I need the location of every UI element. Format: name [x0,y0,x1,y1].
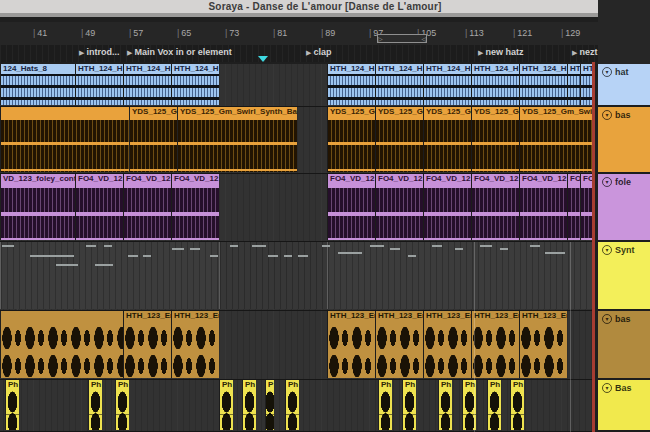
clip-title-bar[interactable]: 124_Hats_8 [1,64,75,74]
audio-clip[interactable] [0,107,129,172]
track-fold-icon[interactable]: ▾ [602,383,612,393]
clip-title-bar[interactable]: FO4_VD_12 [472,174,519,184]
audio-clip[interactable]: HTH [567,64,580,105]
midi-note[interactable] [86,245,96,247]
insert-marker-icon[interactable] [258,56,268,62]
midi-note[interactable] [172,248,184,250]
audio-clip[interactable]: P [265,380,274,430]
clip-title-bar[interactable]: Ph [220,380,233,390]
audio-clip[interactable]: HTH_123_Er [471,311,519,378]
audio-clip[interactable]: HTH_124_H [171,64,219,105]
track-header-hats[interactable]: ▾hat [598,64,650,107]
track-fold-icon[interactable]: ▾ [602,110,612,120]
midi-note[interactable] [2,245,14,247]
audio-clip[interactable]: Ph [510,380,524,430]
track-fold-icon[interactable]: ▾ [602,245,612,255]
audio-clip[interactable]: YDS_125_Gm_Swirl_Syn [519,107,592,172]
midi-note[interactable] [268,255,278,257]
audio-clip[interactable]: FO4 [567,174,580,240]
clip-title-bar[interactable]: HTH_123_Er [376,311,423,321]
audio-clip[interactable]: HTH_124_H [375,64,423,105]
audio-clip[interactable]: HTH_123_Er [423,311,471,378]
clip-title-bar[interactable]: HTH_124_H [376,64,423,74]
clip-title-bar[interactable]: HTH_124_H [472,64,519,74]
clip-title-bar[interactable]: HTH_124_H [76,64,123,74]
midi-note[interactable] [338,252,362,254]
clip-title-bar[interactable]: FO4_VD_12 [328,174,375,184]
track-fold-icon[interactable]: ▾ [602,314,612,324]
audio-clip[interactable]: Ph [88,380,102,430]
audio-clip[interactable]: HTH_124_H [423,64,471,105]
clip-title-bar[interactable]: FO4_VD_12 [172,174,219,184]
midi-note[interactable] [298,255,308,257]
clip-title-bar[interactable]: Ph [439,380,452,390]
midi-note[interactable] [143,255,151,257]
audio-clip[interactable]: FO4_VD_12 [327,174,375,240]
clip-title-bar[interactable]: YDS_125_Gm_Swirl_Syn [520,107,592,117]
clip-title-bar[interactable]: YDS_125_Gr [328,107,375,117]
track-header-bass-ph[interactable]: ▾Bas [598,380,650,432]
clip-title-bar[interactable]: HTH_123_Er [328,311,375,321]
track-header-foley[interactable]: ▾fole [598,174,650,242]
midi-note[interactable] [230,245,238,247]
midi-note[interactable] [190,248,200,250]
clip-title-bar[interactable]: HTH [568,64,580,74]
audio-clip[interactable]: Ph [219,380,233,430]
midi-note[interactable] [56,264,78,266]
track-header-bass-hth[interactable]: ▾bas [598,311,650,380]
audio-clip[interactable]: HTH_124_H [327,64,375,105]
track-header-bass-swirl[interactable]: ▾bas [598,107,650,174]
audio-clip[interactable]: YDS_125_Gr [129,107,177,172]
audio-clip[interactable]: FO4_VD_12 [471,174,519,240]
audio-clip[interactable]: 124_Hats_8 [0,64,75,105]
audio-clip[interactable]: HTH_124_H [471,64,519,105]
midi-note[interactable] [390,248,400,250]
audio-clip[interactable]: FO4_VD_12 [423,174,471,240]
audio-clip[interactable]: HTH [580,64,592,105]
midi-note[interactable] [95,264,113,266]
clip-title-bar[interactable]: YDS_125_Gr [424,107,471,117]
audio-clip[interactable]: FO4 [580,174,592,240]
track-header-synth[interactable]: ▾Synt [598,242,650,311]
clip-title-bar[interactable]: HTH_123_Er [124,311,171,321]
clip-title-bar[interactable]: HTH_124_H [520,64,567,74]
clip-title-bar[interactable]: FO4 [581,174,592,184]
clip-title-bar[interactable]: HTH_123_Er [520,311,567,321]
clip-title-bar[interactable]: Ph [379,380,392,390]
midi-clip[interactable] [0,242,219,309]
clip-title-bar[interactable]: YDS_125_Gr [376,107,423,117]
audio-clip[interactable]: HTH_124_H [123,64,171,105]
midi-note[interactable] [500,248,508,250]
audio-clip[interactable]: FO4_VD_12 [519,174,567,240]
audio-clip[interactable]: FO4_VD_12 [75,174,123,240]
audio-clip[interactable]: YDS_125_Gm_Swirl_Synth_Bas [177,107,297,172]
clip-title-bar[interactable]: YDS_125_Gr [472,107,519,117]
midi-note[interactable] [252,245,266,247]
audio-clip[interactable]: FO4_VD_12 [123,174,171,240]
clip-title-bar[interactable]: HTH_124_H [328,64,375,74]
midi-note[interactable] [128,255,138,257]
clip-title-bar[interactable]: HTH_123_Er [424,311,471,321]
clip-title-bar[interactable]: Ph [243,380,256,390]
clip-title-bar[interactable]: HTH_124_H [424,64,471,74]
clip-title-bar[interactable]: Ph [286,380,299,390]
clip-title-bar[interactable]: HTH_124_H [124,64,171,74]
clip-title-bar[interactable]: HTH_124_H [172,64,219,74]
clip-title-bar[interactable]: Ph [89,380,102,390]
audio-clip[interactable]: HTH_124_H [519,64,567,105]
audio-clip[interactable] [0,311,123,378]
midi-note[interactable] [284,255,292,257]
clip-title-bar[interactable]: YDS_125_Gm_Swirl_Synth_Bas [178,107,297,117]
clip-title-bar[interactable]: HTH_123_Er [472,311,519,321]
clip-title-bar[interactable]: HTH_123_Er [172,311,219,321]
clip-title-bar[interactable]: FO4_VD_12 [124,174,171,184]
audio-clip[interactable]: Ph [487,380,501,430]
audio-clip[interactable]: HTH_123_Er [171,311,219,378]
track-fold-icon[interactable]: ▾ [602,67,612,77]
audio-clip[interactable]: FO4_VD_12 [375,174,423,240]
clip-title-bar[interactable]: FO4_VD_12 [76,174,123,184]
midi-note[interactable] [530,245,540,247]
clip-title-bar[interactable]: YDS_125_Gr [130,107,177,117]
audio-clip[interactable]: YDS_125_Gr [471,107,519,172]
midi-note[interactable] [480,245,492,247]
